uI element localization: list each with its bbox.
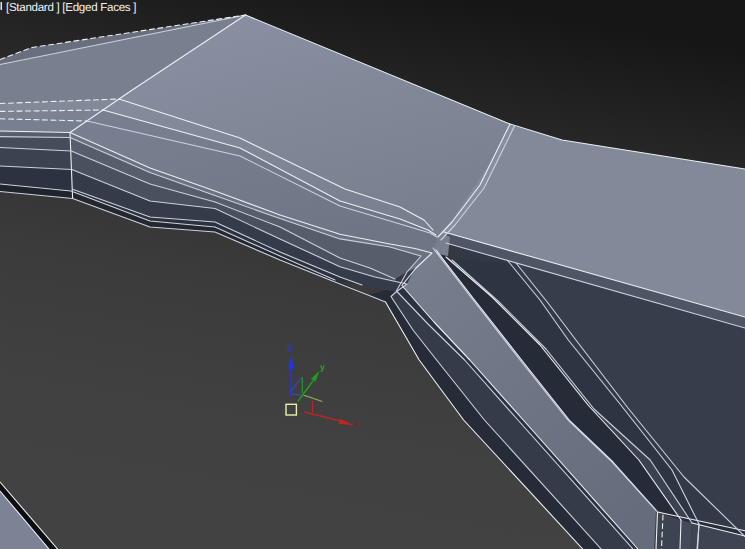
svg-text:y: y [320, 362, 325, 372]
svg-text:[Standard ] [Edged Faces ]: [Standard ] [Edged Faces ] [6, 1, 136, 14]
svg-text:x: x [355, 419, 360, 428]
svg-text:Z: Z [288, 343, 293, 353]
